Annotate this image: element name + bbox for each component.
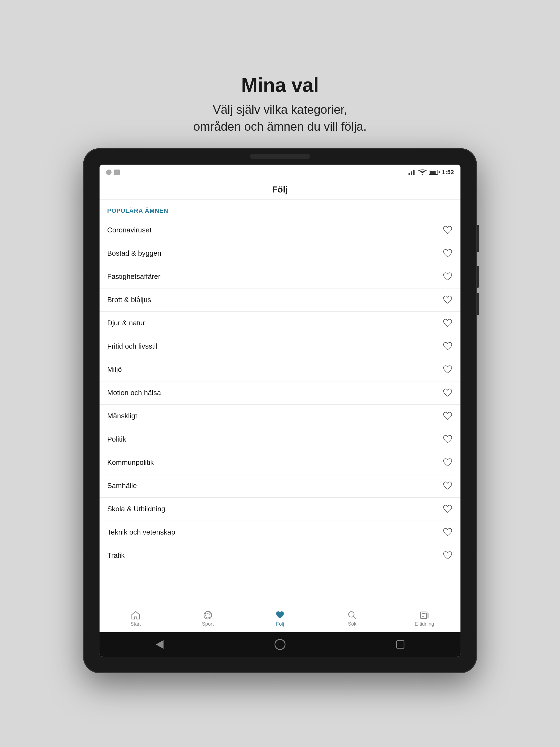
nav-item-sok[interactable]: Sök bbox=[316, 610, 388, 627]
nav-label-start: Start bbox=[130, 621, 141, 627]
app-bar: Följ bbox=[100, 180, 460, 200]
nav-item-sport[interactable]: Sport bbox=[172, 610, 244, 627]
list-item-label: Miljö bbox=[107, 365, 122, 374]
svg-line-6 bbox=[354, 617, 356, 619]
nav-item-start[interactable]: Start bbox=[100, 610, 172, 627]
home-circle-icon bbox=[275, 639, 285, 650]
list-item-label: Skola & Utbildning bbox=[107, 505, 165, 513]
list-item[interactable]: Kommunpolitik bbox=[100, 451, 460, 474]
list-item-label: Fastighetsaffärer bbox=[107, 272, 160, 281]
list-item[interactable]: Skola & Utbildning bbox=[100, 498, 460, 521]
back-icon bbox=[156, 640, 163, 649]
page-subtitle: Välj själv vilka kategorier, områden och… bbox=[193, 101, 366, 135]
list-item[interactable]: Fastighetsaffärer bbox=[100, 265, 460, 288]
list-item[interactable]: Mänskligt bbox=[100, 405, 460, 428]
heart-icon[interactable] bbox=[442, 504, 453, 514]
sport-icon bbox=[203, 610, 213, 620]
nav-item-folj[interactable]: Följ bbox=[244, 610, 316, 627]
svg-point-4 bbox=[204, 611, 212, 619]
android-nav-bar bbox=[100, 632, 460, 657]
list-item-label: Politik bbox=[107, 435, 126, 443]
android-recents-button[interactable] bbox=[393, 638, 407, 651]
list-item[interactable]: Politik bbox=[100, 428, 460, 451]
tablet-power-button bbox=[477, 225, 479, 252]
home-icon bbox=[131, 610, 141, 620]
signal-icon bbox=[408, 169, 416, 175]
heart-icon[interactable] bbox=[442, 225, 453, 235]
topics-list: Coronaviruset Bostad & byggen Fastighets… bbox=[100, 219, 460, 567]
nav-label-etidning: E-tidning bbox=[414, 621, 434, 627]
heart-icon[interactable] bbox=[442, 388, 453, 398]
heart-icon[interactable] bbox=[442, 341, 453, 351]
heart-icon[interactable] bbox=[442, 272, 453, 282]
list-item[interactable]: Miljö bbox=[100, 358, 460, 381]
svg-point-5 bbox=[349, 612, 354, 617]
status-bar: 1:52 bbox=[100, 164, 460, 180]
list-item[interactable]: Bostad & byggen bbox=[100, 242, 460, 265]
search-icon bbox=[347, 610, 357, 620]
section-header: POPULÄRA ÄMNEN bbox=[100, 200, 460, 219]
nav-label-folj: Följ bbox=[276, 621, 284, 627]
list-item-label: Kommunpolitik bbox=[107, 458, 154, 467]
app-bar-title: Följ bbox=[272, 185, 288, 195]
status-bar-left bbox=[106, 170, 120, 175]
list-item-label: Mänskligt bbox=[107, 412, 137, 420]
list-item-label: Samhälle bbox=[107, 482, 137, 490]
list-item-label: Motion och hälsa bbox=[107, 389, 161, 397]
list-item[interactable]: Coronaviruset bbox=[100, 219, 460, 242]
content-area: POPULÄRA ÄMNEN Coronaviruset Bostad & by… bbox=[100, 200, 460, 605]
page-title: Mina val bbox=[193, 74, 366, 96]
svg-marker-1 bbox=[411, 172, 412, 175]
list-item-label: Trafik bbox=[107, 551, 125, 560]
section-label: POPULÄRA ÄMNEN bbox=[107, 207, 168, 214]
heart-icon[interactable] bbox=[442, 318, 453, 328]
list-item[interactable]: Trafik bbox=[100, 544, 460, 567]
tablet-top-bar bbox=[83, 148, 477, 164]
list-item-label: Brott & blåljus bbox=[107, 295, 151, 304]
tablet-frame: 1:52 Följ POPULÄRA ÄMNEN Coronaviruset B… bbox=[83, 148, 477, 673]
list-item[interactable]: Djur & natur bbox=[100, 312, 460, 335]
list-item[interactable]: Brott & blåljus bbox=[100, 288, 460, 312]
svg-marker-0 bbox=[408, 173, 410, 175]
svg-marker-2 bbox=[413, 170, 414, 175]
heart-icon[interactable] bbox=[442, 365, 453, 375]
list-item-label: Djur & natur bbox=[107, 319, 145, 327]
android-back-button[interactable] bbox=[153, 638, 167, 651]
heart-icon[interactable] bbox=[442, 481, 453, 491]
heart-filled-icon bbox=[275, 610, 285, 620]
heart-icon[interactable] bbox=[442, 458, 453, 468]
newspaper-icon bbox=[419, 610, 429, 620]
bottom-navigation: Start Sport Följ bbox=[100, 605, 460, 632]
svg-point-3 bbox=[422, 174, 423, 175]
tablet-volume-down bbox=[477, 293, 479, 315]
status-indicator-circle bbox=[106, 170, 111, 175]
wifi-icon bbox=[418, 169, 427, 175]
list-item[interactable]: Fritid och livsstil bbox=[100, 335, 460, 358]
list-item[interactable]: Teknik och vetenskap bbox=[100, 521, 460, 544]
time-display: 1:52 bbox=[442, 169, 454, 176]
recents-icon bbox=[396, 640, 404, 649]
list-item-label: Teknik och vetenskap bbox=[107, 528, 175, 537]
tablet-volume-up bbox=[477, 266, 479, 288]
nav-label-sport: Sport bbox=[202, 621, 213, 627]
heart-icon[interactable] bbox=[442, 411, 453, 421]
tablet-camera bbox=[250, 154, 310, 159]
battery-icon bbox=[429, 170, 440, 175]
list-item-label: Fritid och livsstil bbox=[107, 342, 157, 351]
nav-item-etidning[interactable]: E-tidning bbox=[388, 610, 460, 627]
android-home-button[interactable] bbox=[273, 638, 287, 651]
heart-icon[interactable] bbox=[442, 435, 453, 444]
tablet-screen: 1:52 Följ POPULÄRA ÄMNEN Coronaviruset B… bbox=[100, 164, 460, 657]
list-item[interactable]: Samhälle bbox=[100, 474, 460, 498]
nav-label-sok: Sök bbox=[348, 621, 356, 627]
status-indicator-square bbox=[114, 170, 120, 175]
heart-icon[interactable] bbox=[442, 295, 453, 305]
heart-icon[interactable] bbox=[442, 551, 453, 561]
heart-icon[interactable] bbox=[442, 527, 453, 537]
page-header: Mina val Välj själv vilka kategorier, om… bbox=[193, 74, 366, 135]
list-item-label: Coronaviruset bbox=[107, 226, 152, 234]
list-item-label: Bostad & byggen bbox=[107, 249, 161, 258]
status-bar-right: 1:52 bbox=[408, 169, 454, 176]
heart-icon[interactable] bbox=[442, 249, 453, 258]
list-item[interactable]: Motion och hälsa bbox=[100, 381, 460, 405]
